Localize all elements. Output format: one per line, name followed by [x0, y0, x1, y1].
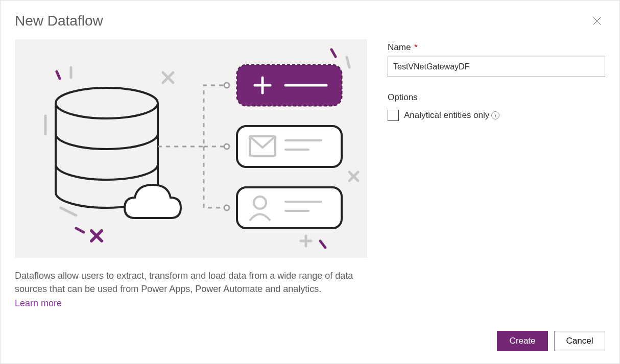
new-dataflow-dialog: New Dataflow	[0, 0, 620, 364]
dialog-body: Dataflows allow users to extract, transf…	[15, 39, 605, 321]
options-section-label: Options	[388, 92, 605, 103]
svg-point-4	[224, 144, 229, 149]
cancel-button[interactable]: Cancel	[554, 331, 605, 351]
left-column: Dataflows allow users to extract, transf…	[15, 39, 367, 321]
svg-line-24	[347, 57, 349, 67]
close-button[interactable]	[589, 13, 605, 29]
svg-point-3	[224, 83, 229, 88]
name-label-text: Name	[388, 42, 411, 52]
svg-rect-14	[237, 187, 342, 228]
name-label: Name *	[388, 42, 605, 53]
svg-rect-10	[237, 126, 342, 167]
dialog-description: Dataflows allow users to extract, transf…	[15, 269, 367, 310]
svg-line-27	[61, 208, 76, 215]
svg-line-23	[331, 50, 336, 57]
dataflow-illustration	[15, 39, 367, 258]
analytical-entities-label-text: Analytical entities only	[404, 110, 489, 120]
create-button[interactable]: Create	[497, 331, 548, 351]
svg-line-33	[320, 241, 325, 248]
name-input[interactable]	[388, 57, 605, 77]
illustration-svg	[15, 39, 367, 258]
svg-point-5	[224, 205, 229, 210]
analytical-entities-row: Analytical entities only i	[388, 110, 605, 121]
svg-line-18	[57, 71, 60, 79]
dialog-title: New Dataflow	[15, 13, 103, 29]
close-icon	[593, 17, 601, 25]
info-icon[interactable]: i	[491, 111, 499, 119]
analytical-entities-label: Analytical entities only i	[404, 110, 499, 120]
description-text: Dataflows allow users to extract, transf…	[15, 271, 353, 294]
analytical-entities-checkbox[interactable]	[388, 110, 399, 121]
learn-more-link[interactable]: Learn more	[15, 297, 62, 310]
svg-line-28	[76, 228, 84, 232]
right-column: Name * Options Analytical entities only …	[388, 39, 605, 321]
required-mark: *	[414, 42, 418, 52]
dialog-header: New Dataflow	[15, 13, 605, 29]
dialog-footer: Create Cancel	[15, 321, 605, 351]
svg-point-2	[56, 88, 158, 118]
